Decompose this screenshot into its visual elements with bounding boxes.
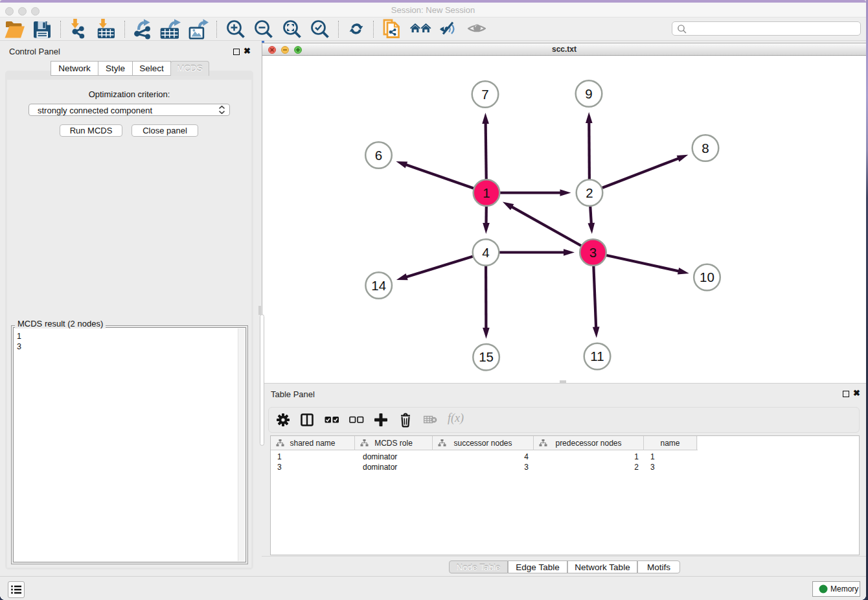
svg-text:11: 11 xyxy=(590,349,604,363)
svg-text:2: 2 xyxy=(586,185,593,200)
svg-text:4: 4 xyxy=(482,245,489,260)
svg-text:9: 9 xyxy=(585,86,592,101)
svg-text:3: 3 xyxy=(589,245,597,260)
svg-text:15: 15 xyxy=(479,349,494,364)
svg-text:1: 1 xyxy=(483,185,490,200)
svg-text:7: 7 xyxy=(481,87,488,102)
svg-text:14: 14 xyxy=(371,278,386,293)
svg-text:10: 10 xyxy=(700,270,714,284)
svg-text:6: 6 xyxy=(375,148,382,163)
svg-text:8: 8 xyxy=(702,141,709,156)
